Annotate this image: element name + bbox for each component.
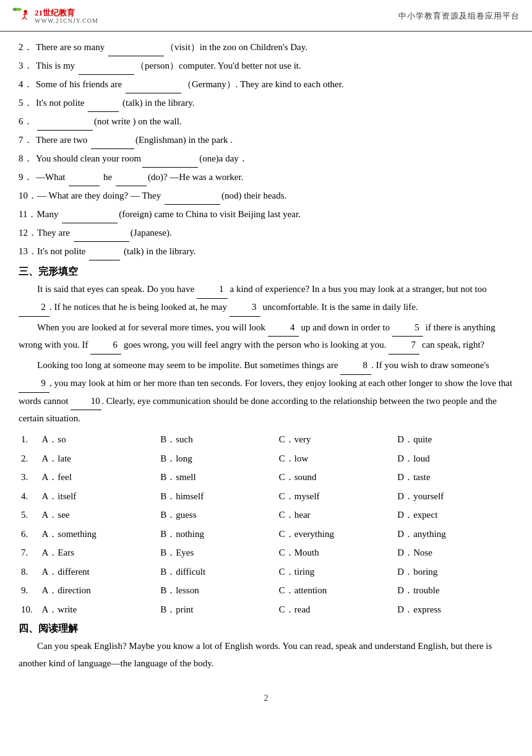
logo-text-block: 21世纪教育 WWW.21CNJY.COM [35,8,98,25]
choice-B: B．long [158,449,277,468]
svg-line-3 [24,17,27,20]
exercise-item-13: 13． It's not polite (talk) in the librar… [19,242,513,260]
logo-area: 21世纪教育 WWW.21CNJY.COM [10,5,98,27]
item-text: There are two (Englishman) in the park . [36,131,233,149]
choice-row: 1. A．so B．such C．very D．quite [19,430,513,449]
choice-D: D．Nose [395,543,513,562]
choice-row: 7. A．Ears B．Eyes C．Mouth D．Nose [19,543,513,562]
item-num: 11． [19,205,36,223]
choice-C: C．Mouth [277,543,395,562]
choice-num: 4. [19,487,40,506]
choices-table: 1. A．so B．such C．very D．quite 2. A．late … [19,430,513,619]
choice-num: 3. [19,468,40,487]
section3-para3: Looking too long at someone may seem to … [19,357,513,427]
blank-4[interactable]: 4 [268,319,299,337]
item-text: It's not polite (talk) in the library. [37,242,196,260]
exercise-item-5: 5． It's not polite (talk) in the library… [19,93,513,112]
blank-2[interactable]: 2 [19,299,49,317]
exercise-item-2: 2． There are so many （visit）in the zoo o… [19,38,513,56]
choice-A: A．write [40,600,158,619]
choice-A: A．something [40,525,158,544]
exercise-item-3: 3． This is my （person）computer. You'd be… [19,56,513,75]
item-text: This is my （person）computer. You'd bette… [36,56,301,75]
item-text: You should clean your room(one)a day． [36,149,248,168]
choice-D: D．quite [395,430,513,449]
choice-B: B．difficult [158,562,277,582]
blank-10[interactable]: 10 [71,393,101,411]
item-num: 4． [19,75,36,93]
blank-8[interactable]: 8 [340,357,371,375]
svg-line-5 [25,14,28,15]
choice-num: 1. [19,430,40,449]
item-num: 13． [19,242,37,260]
blank-9[interactable]: 9 [19,375,49,393]
choice-B: B．print [158,600,277,619]
choice-D: D．yourself [395,487,513,506]
exercise-item-12: 12． They are (Japanese). [19,223,513,242]
exercise-item-8: 8． You should clean your room(one)a day． [19,149,513,168]
choice-row: 5. A．see B．guess C．hear D．expect [19,505,513,525]
choice-D: D．expect [395,505,513,525]
choice-C: C．hear [277,505,395,525]
choice-B: B．nothing [158,525,277,544]
svg-line-2 [22,17,25,20]
page-number: 2 [0,694,532,703]
item-num: 5． [19,93,36,112]
choice-A: A．Ears [40,543,158,562]
choice-num: 6. [19,525,40,544]
blank[interactable] [89,260,120,260]
item-text: Some of his friends are （Germany）. They … [36,75,344,93]
choice-num: 8. [19,562,40,582]
logo-sub-text: WWW.21CNJY.COM [35,17,98,24]
item-text: There are so many （visit）in the zoo on C… [36,38,307,56]
choice-B: B．smell [158,468,277,487]
blank-1[interactable]: 1 [197,281,228,299]
choice-num: 9. [19,581,40,600]
exercise-item-7: 7． There are two (Englishman) in the par… [19,131,513,149]
header-right-text: 中小学教育资源及组卷应用平台 [398,11,520,22]
choice-row: 9. A．direction B．lesson C．attention D．tr… [19,581,513,600]
item-num: 3． [19,56,36,75]
choice-C: C．myself [277,487,395,506]
choice-row: 2. A．late B．long C．low D．loud [19,449,513,468]
section4-title: 四、阅读理解 [19,622,513,635]
item-num: 9． [19,168,36,186]
choice-B: B．himself [158,487,277,506]
exercise-item-4: 4． Some of his friends are （Germany）. Th… [19,75,513,93]
choice-A: A．direction [40,581,158,600]
choice-C: C．sound [277,468,395,487]
blank-7[interactable]: 7 [388,337,419,354]
choice-row: 8. A．different B．difficult C．tiring D．bo… [19,562,513,582]
choice-A: A．late [40,449,158,468]
choice-C: C．read [277,600,395,619]
choice-num: 5. [19,505,40,525]
choice-A: A．see [40,505,158,525]
exercise-item-10: 10． — What are they doing? — They (nod) … [19,186,513,205]
choice-C: C．tiring [277,562,395,582]
choice-D: D．anything [395,525,513,544]
logo-runner-icon [10,5,32,27]
item-text: It's not polite (talk) in the library. [36,93,195,112]
blank-5[interactable]: 5 [392,319,423,337]
exercise-item-9: 9． —What he (do)? —He was a worker. [19,168,513,186]
item-text: Many (foreign) came to China to visit Be… [36,205,300,223]
logo-main-text: 21世纪教育 [35,8,98,18]
choice-D: D．taste [395,468,513,487]
header: 21世纪教育 WWW.21CNJY.COM 中小学教育资源及组卷应用平台 [0,0,532,32]
choice-C: C．everything [277,525,395,544]
choice-D: D．express [395,600,513,619]
choice-num: 2. [19,449,40,468]
item-num: 6． [19,112,36,131]
choice-B: B．guess [158,505,277,525]
choice-row: 4. A．itself B．himself C．myself D．yoursel… [19,487,513,506]
item-num: 10． [19,186,37,205]
choice-num: 10. [19,600,40,619]
section3-title: 三、完形填空 [19,265,513,278]
blank-6[interactable]: 6 [90,337,121,354]
item-text: — What are they doing? — They (nod) thei… [37,186,286,205]
blank-3[interactable]: 3 [230,299,260,317]
item-text: —What he (do)? —He was a worker. [36,168,243,186]
choice-B: B．Eyes [158,543,277,562]
item-num: 8． [19,149,36,168]
item-num: 12． [19,223,37,242]
